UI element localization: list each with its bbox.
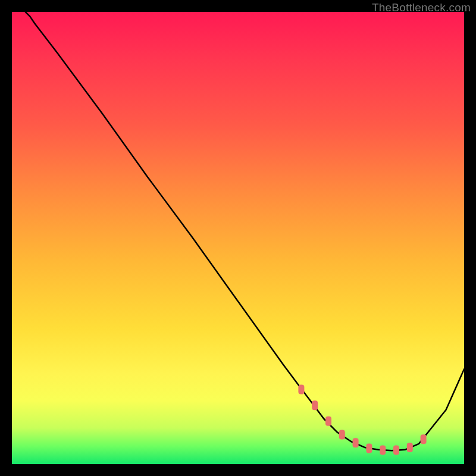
optimal-marker	[380, 445, 386, 455]
optimal-marker	[312, 400, 318, 410]
optimal-marker	[407, 443, 413, 452]
optimal-marker	[353, 438, 359, 447]
optimal-zone-markers	[298, 385, 426, 455]
optimal-marker	[298, 385, 304, 394]
watermark-text: TheBottleneck.com	[372, 1, 471, 14]
optimal-marker	[366, 443, 372, 453]
chart-frame: TheBottleneck.com	[0, 0, 476, 476]
optimal-marker	[339, 430, 345, 440]
bottleneck-curve-line	[26, 12, 464, 450]
optimal-marker	[421, 434, 427, 444]
chart-overlay	[12, 12, 464, 464]
optimal-marker	[325, 416, 331, 426]
optimal-marker	[393, 445, 399, 455]
